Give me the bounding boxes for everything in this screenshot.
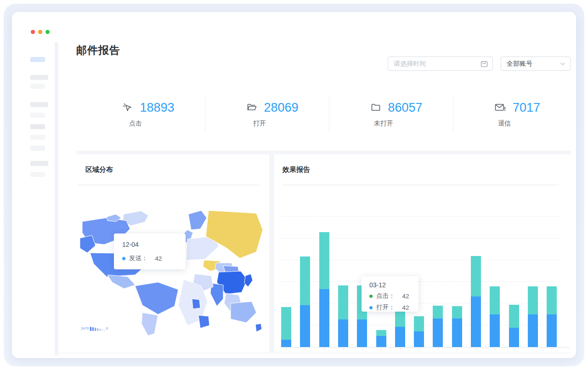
map-tooltip-date: 12-04	[122, 241, 186, 248]
bar-segment-click[interactable]	[433, 306, 443, 319]
folder-closed-icon	[370, 102, 381, 113]
minimize-window-button[interactable]	[38, 30, 42, 34]
stacked-bar[interactable]	[414, 316, 424, 347]
series-value: 42	[402, 293, 409, 300]
bar-segment-click[interactable]	[414, 316, 424, 331]
x-axis-tick	[324, 348, 325, 350]
choropleth-map	[79, 209, 264, 336]
bar-segment-click[interactable]	[319, 232, 329, 289]
map-region	[188, 211, 207, 230]
x-axis-tick	[362, 348, 362, 350]
bar-segment-click[interactable]	[281, 307, 291, 340]
bar-segment-open[interactable]	[395, 327, 405, 347]
world-map[interactable]	[79, 209, 264, 336]
map-visual-legend: 2470 0	[81, 326, 108, 331]
map-region	[255, 324, 262, 332]
stacked-bar[interactable]	[376, 330, 386, 347]
bar-segment-open[interactable]	[414, 331, 424, 347]
stacked-bar[interactable]	[338, 285, 348, 347]
account-select[interactable]: 全部账号	[501, 57, 571, 71]
region-panel-rule	[78, 185, 260, 185]
bar-segment-open[interactable]	[300, 305, 310, 347]
stat-unopened: 86057 未打开	[337, 99, 456, 128]
chevron-down-icon	[560, 62, 565, 66]
bar-segment-open[interactable]	[509, 328, 519, 347]
stat-value: 28069	[264, 101, 298, 115]
panel-separator	[269, 154, 274, 353]
series-dot	[122, 257, 125, 260]
stat-label: 打开	[253, 120, 266, 128]
legend-bar	[90, 327, 91, 331]
calendar-icon[interactable]	[481, 60, 488, 68]
x-axis-tick	[552, 348, 552, 350]
stat-label: 点击	[129, 120, 142, 128]
stacked-bar[interactable]	[281, 307, 291, 347]
chart-tooltip-row: 打开： 42	[369, 303, 418, 312]
bar-segment-click[interactable]	[338, 285, 348, 319]
bar-segment-click[interactable]	[376, 330, 386, 336]
sidebar-skeleton-item	[30, 124, 45, 129]
bar-segment-open[interactable]	[357, 319, 367, 347]
report-panel-rule	[283, 185, 559, 185]
stat-bounced: 7017 退信	[458, 99, 577, 128]
stacked-bar[interactable]	[547, 286, 557, 347]
stacked-bar[interactable]	[528, 286, 538, 347]
sidebar-skeleton-item	[30, 172, 45, 177]
stacked-bar[interactable]	[471, 256, 481, 347]
bar-plot[interactable]	[281, 210, 560, 347]
chart-tooltip-date: 03-12	[369, 281, 418, 289]
stat-divider	[453, 96, 453, 132]
stat-label: 未打开	[374, 120, 393, 128]
map-region	[192, 299, 200, 309]
bar-segment-click[interactable]	[490, 286, 500, 314]
sidebar-skeleton-item	[30, 135, 45, 140]
x-axis-tick	[533, 348, 533, 350]
sidebar-skeleton-item	[30, 84, 45, 89]
bar-segment-open[interactable]	[281, 340, 291, 347]
bar-segment-open[interactable]	[452, 319, 462, 347]
stacked-bar[interactable]	[395, 311, 405, 347]
sidebar-item-active[interactable]	[30, 57, 45, 62]
legend-bar	[95, 328, 96, 331]
bar-segment-click[interactable]	[528, 286, 538, 314]
close-window-button[interactable]	[31, 30, 35, 34]
bar-segment-open[interactable]	[376, 336, 386, 347]
bar-segment-open[interactable]	[338, 319, 348, 347]
legend-bar	[92, 327, 94, 331]
chart-tooltip-row: 点击： 42	[369, 292, 418, 300]
bar-segment-open[interactable]	[528, 314, 538, 347]
bar-segment-open[interactable]	[547, 314, 557, 347]
stacked-bar[interactable]	[433, 306, 443, 347]
series-dot	[369, 295, 373, 298]
bar-segment-open[interactable]	[471, 296, 481, 347]
sidebar-skeleton-item	[30, 161, 48, 166]
bar-segment-open[interactable]	[490, 314, 500, 347]
mail-bounce-icon	[494, 102, 506, 113]
legend-bar	[99, 329, 101, 331]
content-bottom-rule	[58, 353, 571, 353]
bar-segment-click[interactable]	[509, 305, 519, 328]
x-axis-tick	[438, 348, 438, 350]
bar-segment-open[interactable]	[319, 289, 329, 347]
bar-segment-open[interactable]	[433, 319, 443, 347]
stacked-bar[interactable]	[490, 286, 500, 347]
gridline	[281, 216, 560, 216]
stacked-bar[interactable]	[319, 232, 329, 347]
stacked-bar[interactable]	[452, 306, 462, 347]
x-axis-tick	[286, 348, 287, 350]
stat-divider	[329, 96, 329, 132]
mail-report-dashboard: 邮件报告 请选择时间 全部账号	[0, 0, 588, 370]
bar-segment-click[interactable]	[471, 256, 481, 296]
x-axis-tick	[457, 348, 458, 350]
stacked-bar[interactable]	[300, 256, 310, 347]
stat-opens: 28069 打开	[213, 99, 332, 128]
stacked-bar[interactable]	[509, 305, 519, 347]
stat-value: 7017	[513, 101, 540, 115]
zoom-window-button[interactable]	[45, 30, 50, 34]
bar-segment-click[interactable]	[452, 306, 462, 319]
bar-segment-click[interactable]	[395, 311, 405, 327]
date-range-input[interactable]: 请选择时间	[388, 57, 493, 71]
x-axis-tick	[495, 348, 495, 350]
bar-segment-click[interactable]	[547, 286, 557, 314]
bar-segment-click[interactable]	[300, 256, 310, 305]
